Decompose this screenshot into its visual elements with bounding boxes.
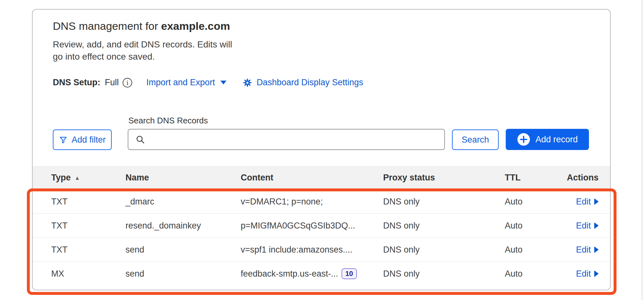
cell-content: p=MIGfMA0GCSqGSIb3DQ... — [241, 221, 383, 231]
cell-content: v=spf1 include:amazonses.... — [241, 245, 383, 255]
cell-actions: Edit — [576, 245, 599, 255]
dns-records-table: Type▲ Name Content Proxy status TTL Acti… — [33, 166, 610, 286]
domain-name: example.com — [161, 20, 230, 32]
table-header-row: Type▲ Name Content Proxy status TTL Acti… — [33, 166, 610, 189]
dns-setup-label: DNS Setup: — [53, 78, 101, 88]
right-edge-divider — [642, 0, 642, 300]
description-line-2: go into effect once saved. — [53, 51, 589, 63]
edit-caret-icon — [594, 198, 599, 205]
dns-management-page: DNS management for example.com Review, a… — [0, 0, 644, 300]
column-header-actions: Actions — [567, 173, 599, 183]
dashboard-display-settings-label: Dashboard Display Settings — [257, 78, 363, 88]
dns-management-card: DNS management for example.com Review, a… — [32, 9, 611, 290]
add-record-button[interactable]: Add record — [506, 129, 589, 150]
column-header-proxy-status: Proxy status — [383, 173, 505, 183]
sort-asc-icon: ▲ — [75, 175, 80, 181]
page-title: DNS management for example.com — [53, 19, 589, 33]
cell-name: _dmarc — [125, 197, 241, 207]
cell-content: feedback-smtp.us-east-... 10 — [241, 268, 383, 279]
edit-caret-icon — [594, 222, 599, 229]
cell-name: send — [125, 245, 241, 255]
search-field-group: Search DNS Records — [128, 116, 445, 150]
info-icon[interactable]: i — [123, 78, 132, 88]
column-header-type[interactable]: Type▲ — [51, 173, 125, 183]
search-button[interactable]: Search — [452, 129, 499, 150]
search-button-label: Search — [462, 135, 489, 145]
records-toolbar: Add filter Search DNS Records Sear — [53, 116, 589, 150]
search-icon — [135, 135, 145, 144]
edit-record-link[interactable]: Edit — [576, 269, 599, 279]
cell-content: v=DMARC1; p=none; — [241, 197, 383, 207]
dashboard-display-settings-link[interactable]: Dashboard Display Settings — [243, 78, 363, 88]
cell-proxy-status: DNS only — [383, 221, 505, 231]
column-header-ttl: TTL — [505, 173, 565, 183]
cell-name: resend._domainkey — [125, 221, 241, 231]
priority-badge: 10 — [342, 268, 357, 279]
dns-setup-row: DNS Setup: Full i Import and Export — [53, 78, 589, 88]
search-input[interactable] — [150, 135, 438, 145]
import-export-label: Import and Export — [146, 78, 215, 88]
cell-type: TXT — [51, 197, 125, 207]
cell-ttl: Auto — [505, 245, 565, 255]
cell-type: MX — [51, 269, 125, 279]
edit-record-link[interactable]: Edit — [576, 197, 599, 207]
cell-name: send — [125, 269, 241, 279]
cell-proxy-status: DNS only — [383, 269, 505, 279]
table-row: TXT send v=spf1 include:amazonses.... DN… — [33, 238, 610, 262]
page-description: Review, add, and edit DNS records. Edits… — [53, 38, 589, 63]
cell-proxy-status: DNS only — [383, 197, 505, 207]
add-record-label: Add record — [535, 135, 578, 145]
column-header-name: Name — [125, 173, 241, 183]
dns-setup-value: Full — [105, 78, 119, 88]
gear-icon — [243, 78, 252, 88]
search-field-label: Search DNS Records — [128, 116, 445, 126]
filter-funnel-icon — [59, 136, 68, 144]
page-title-prefix: DNS management for — [53, 20, 158, 32]
add-filter-label: Add filter — [72, 135, 106, 145]
caret-down-icon — [220, 80, 227, 85]
edit-caret-icon — [594, 246, 599, 253]
cell-ttl: Auto — [505, 269, 565, 279]
cell-type: TXT — [51, 221, 125, 231]
cell-actions: Edit — [576, 269, 599, 279]
description-line-1: Review, add, and edit DNS records. Edits… — [53, 38, 589, 51]
cell-proxy-status: DNS only — [383, 245, 505, 255]
column-header-content: Content — [241, 173, 383, 183]
edit-record-link[interactable]: Edit — [576, 221, 599, 231]
import-export-link[interactable]: Import and Export — [146, 78, 227, 88]
cell-actions: Edit — [576, 221, 599, 231]
edit-caret-icon — [594, 271, 599, 277]
add-filter-button[interactable]: Add filter — [53, 129, 112, 150]
cell-actions: Edit — [576, 197, 599, 207]
table-row: TXT _dmarc v=DMARC1; p=none; DNS only Au… — [33, 189, 610, 213]
table-row: MX send feedback-smtp.us-east-... 10 DNS… — [33, 262, 610, 286]
search-input-container — [128, 129, 445, 150]
cell-ttl: Auto — [505, 197, 565, 207]
plus-circle-icon — [517, 133, 530, 146]
cell-type: TXT — [51, 245, 125, 255]
edit-record-link[interactable]: Edit — [576, 245, 599, 255]
table-row: TXT resend._domainkey p=MIGfMA0GCSqGSIb3… — [33, 213, 610, 238]
cell-ttl: Auto — [505, 221, 565, 231]
